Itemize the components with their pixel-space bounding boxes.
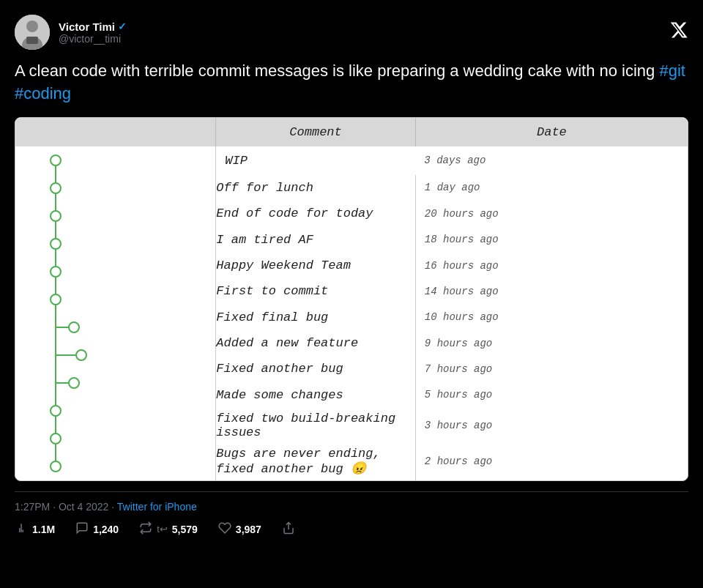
svg-point-14	[76, 350, 86, 360]
views-icon	[15, 521, 28, 537]
user-handle: @victor__timi	[59, 33, 127, 45]
col-header-empty	[15, 118, 216, 146]
comment-icon	[75, 521, 89, 537]
comment-cell: I am tired AF	[216, 226, 416, 252]
date-cell: 18 hours ago	[415, 226, 688, 252]
date-cell: 3 days ago	[415, 146, 688, 175]
timestamp-text: 1:27PM · Oct 4 2022 ·	[15, 501, 117, 513]
user-info: Victor Timi ✓ @victor__timi	[15, 15, 127, 50]
share-icon	[282, 521, 295, 537]
git-graph-svg	[15, 146, 96, 480]
avatar	[15, 15, 50, 50]
date-cell: 2 hours ago	[415, 443, 688, 480]
tweet-stats: 1.1M 1,240 t↩ 5,579	[15, 521, 688, 537]
verified-icon: ✓	[118, 21, 127, 32]
tweet-main-text: A clean code with terrible commit messag…	[15, 62, 659, 80]
svg-rect-3	[26, 37, 38, 44]
comment-cell: Added a new feature	[216, 330, 416, 356]
twitter-x-icon	[669, 21, 688, 44]
comment-cell: Bugs are never ending, fixed another bug…	[216, 443, 416, 480]
user-text: Victor Timi ✓ @victor__timi	[59, 21, 127, 45]
date-cell: 14 hours ago	[415, 278, 688, 304]
comment-cell: End of code for today	[216, 201, 416, 226]
tweet-timestamp: 1:27PM · Oct 4 2022 · Twitter for iPhone	[15, 501, 688, 513]
date-cell: 9 hours ago	[415, 330, 688, 356]
commit-table: Comment Date WIP3 days agoOff for lunch1…	[15, 118, 688, 480]
col-header-date: Date	[415, 118, 688, 146]
svg-point-17	[51, 406, 61, 416]
commit-table-wrapper: Comment Date WIP3 days agoOff for lunch1…	[15, 117, 688, 481]
stat-likes[interactable]: 3,987	[218, 521, 261, 537]
svg-point-18	[51, 433, 61, 444]
stat-share[interactable]	[282, 521, 295, 537]
tweet-text: A clean code with terrible commit messag…	[15, 60, 688, 105]
stat-comments[interactable]: 1,240	[75, 521, 119, 537]
svg-point-1	[26, 21, 38, 32]
date-cell: 1 day ago	[415, 175, 688, 201]
svg-point-9	[51, 267, 61, 277]
svg-point-5	[51, 155, 61, 165]
col-header-comment: Comment	[216, 118, 416, 146]
display-name: Victor Timi	[59, 21, 115, 33]
svg-point-12	[69, 322, 79, 332]
date-cell: 20 hours ago	[415, 201, 688, 226]
user-name: Victor Timi ✓	[59, 21, 127, 33]
hashtag-git[interactable]: #git	[659, 62, 685, 80]
comments-count: 1,240	[93, 524, 119, 535]
like-icon	[218, 521, 231, 537]
comment-cell: Happy Weekend Team	[216, 253, 416, 278]
svg-point-7	[51, 211, 61, 221]
date-cell: 16 hours ago	[415, 253, 688, 278]
views-count: 1.1M	[32, 524, 55, 535]
comment-cell: fixed two build-breaking issues	[216, 408, 416, 443]
stat-views: 1.1M	[15, 521, 55, 537]
comment-cell: Fixed final bug	[216, 305, 416, 330]
date-cell: 7 hours ago	[415, 356, 688, 382]
comment-cell: Made some changes	[216, 382, 416, 408]
svg-point-19	[51, 461, 61, 472]
retweets-count: 5,579	[172, 524, 198, 535]
graph-cell	[15, 146, 216, 480]
table-row: WIP3 days ago	[15, 146, 688, 175]
tweet-header: Victor Timi ✓ @victor__timi	[15, 15, 688, 50]
comment-cell: WIP	[216, 146, 416, 175]
retweet-icon	[139, 521, 152, 537]
retweet-label: t↩	[157, 524, 168, 535]
stat-retweets[interactable]: t↩ 5,579	[139, 521, 198, 537]
comment-cell: First to commit	[216, 278, 416, 304]
comment-cell: Fixed another bug	[216, 356, 416, 382]
tweet-footer: 1:27PM · Oct 4 2022 · Twitter for iPhone…	[15, 491, 688, 546]
likes-count: 3,987	[236, 524, 261, 535]
svg-point-10	[51, 294, 61, 305]
svg-point-8	[51, 239, 61, 249]
svg-point-16	[69, 378, 79, 388]
tweet-source[interactable]: Twitter for iPhone	[117, 501, 197, 513]
comment-cell: Off for lunch	[216, 175, 416, 201]
svg-point-6	[51, 183, 61, 193]
tweet-card: Victor Timi ✓ @victor__timi A clean code…	[0, 0, 703, 588]
hashtag-coding[interactable]: #coding	[15, 84, 71, 103]
date-cell: 5 hours ago	[415, 382, 688, 408]
date-cell: 3 hours ago	[415, 408, 688, 443]
date-cell: 10 hours ago	[415, 305, 688, 330]
